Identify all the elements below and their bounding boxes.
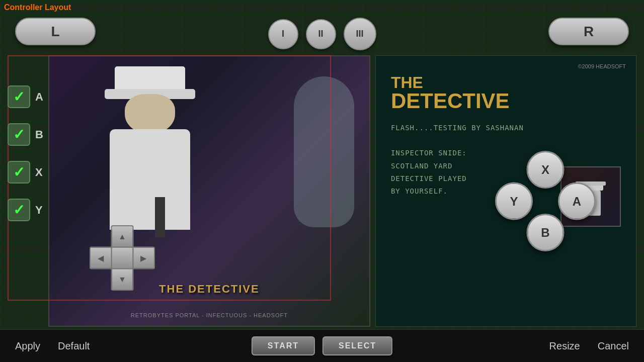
detective-tie <box>155 197 165 237</box>
start-button[interactable]: START <box>252 336 315 355</box>
dpad-container: ▲ ▼ ◀ ▶ <box>90 225 155 291</box>
game-title-line2: DETECTIVE <box>391 90 621 112</box>
action-btn-group: X Y A B <box>495 151 596 251</box>
detective-body <box>110 129 190 230</box>
apply-button[interactable]: Apply <box>10 338 45 354</box>
label-a: A <box>35 90 43 104</box>
bottom-bar: Apply Default START SELECT Resize Cancel <box>0 329 644 362</box>
checkbox-x[interactable]: ✓ <box>8 161 30 184</box>
dpad-down[interactable]: ▼ <box>111 268 133 291</box>
dpad-left[interactable]: ◀ <box>90 247 112 269</box>
right-panel: ©2009 HEADSOFT THE DETECTIVE FLASH....TE… <box>375 55 636 327</box>
dpad-right[interactable]: ▶ <box>132 247 155 269</box>
label-x: X <box>35 166 43 179</box>
checkmark-x: ✓ <box>13 164 25 180</box>
bottom-right-actions: Resize Cancel <box>544 338 634 354</box>
button-III[interactable]: III <box>344 18 376 50</box>
button-y[interactable]: Y <box>495 183 533 220</box>
cancel-button[interactable]: Cancel <box>593 338 634 354</box>
button-II[interactable]: II <box>306 19 336 49</box>
action-buttons: X Y A B <box>495 151 596 251</box>
game-title-line1: THE <box>391 74 621 90</box>
label-b: B <box>35 128 43 141</box>
main-area: ✓ A ✓ B ✓ X ✓ Y <box>8 55 636 327</box>
top-buttons-row: L I II III R <box>0 18 644 50</box>
button-x[interactable]: X <box>527 151 565 189</box>
detective-hat <box>115 66 185 92</box>
bottom-center-actions: START SELECT <box>252 336 392 355</box>
select-button[interactable]: SELECT <box>323 336 392 355</box>
game-screenshot: ▲ ▼ ◀ ▶ THE DETECTIVE RETROBYTES PORTAL … <box>49 56 369 326</box>
button-a[interactable]: A <box>558 183 596 220</box>
game-copyright: ©2009 HEADSOFT <box>376 56 636 72</box>
checkbox-b[interactable]: ✓ <box>8 123 30 146</box>
checkbox-row-a: ✓ A <box>8 85 43 108</box>
dpad-center <box>111 247 133 269</box>
checkbox-a[interactable]: ✓ <box>8 85 30 108</box>
button-I[interactable]: I <box>268 19 298 49</box>
checkbox-row-b: ✓ B <box>8 123 43 146</box>
button-b[interactable]: B <box>527 214 565 251</box>
detective-face <box>125 94 175 134</box>
checkmark-y: ✓ <box>13 202 25 218</box>
checkmark-a: ✓ <box>13 88 25 105</box>
left-shoulder-button[interactable]: L <box>15 18 96 45</box>
bottom-left-actions: Apply Default <box>10 338 95 354</box>
label-y: Y <box>35 204 43 217</box>
left-panel: ✓ A ✓ B ✓ X ✓ Y <box>8 55 43 327</box>
dpad-up[interactable]: ▲ <box>111 225 133 248</box>
checkbox-row-y: ✓ Y <box>8 199 43 221</box>
game-footer-text: RETROBYTES PORTAL - INFECTUOUS - HEADSOF… <box>49 312 369 318</box>
dpad: ▲ ▼ ◀ ▶ <box>90 225 155 291</box>
ghost-figure <box>294 76 354 227</box>
checkbox-row-x: ✓ X <box>8 161 43 184</box>
right-shoulder-button[interactable]: R <box>548 18 629 45</box>
flash-text: FLASH....TESTING BY SASHANAN <box>391 122 621 134</box>
game-screenshot-area: ▲ ▼ ◀ ▶ THE DETECTIVE RETROBYTES PORTAL … <box>48 55 370 327</box>
default-button[interactable]: Default <box>53 338 95 354</box>
resize-button[interactable]: Resize <box>544 338 585 354</box>
game-info-title: THE DETECTIVE <box>376 72 636 117</box>
page-title: Controller Layout <box>4 3 71 12</box>
checkbox-y[interactable]: ✓ <box>8 199 30 221</box>
checkmark-b: ✓ <box>13 126 25 143</box>
center-buttons-group: I II III <box>268 18 376 50</box>
